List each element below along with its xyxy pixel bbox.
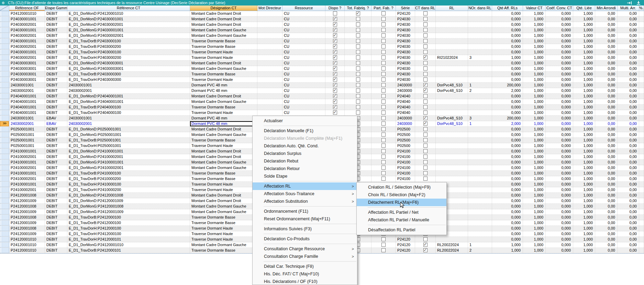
cell-cc[interactable]: 0,000: [546, 171, 573, 176]
cell-vc[interactable]: 1,000: [523, 149, 546, 154]
cell-vc[interactable]: 1,000: [523, 72, 546, 77]
cell-mu[interactable]: 0,00: [618, 44, 639, 49]
cell-des[interactable]: Montant Cadre Dormant Gauche: [190, 28, 257, 33]
menu-item-reset-ordonnancement-maj-f11[interactable]: Reset Ordonnancement (Maj+F11): [253, 215, 357, 223]
cell-mot[interactable]: [257, 61, 282, 66]
cell-qa[interactable]: 0,000: [492, 132, 523, 137]
cell-cc[interactable]: 0,000: [546, 176, 573, 181]
cell-eg[interactable]: DEBIT: [45, 237, 67, 242]
cell-eg[interactable]: DEBIT: [45, 39, 67, 44]
cell-qa[interactable]: 0,000: [492, 11, 523, 16]
cell-nor[interactable]: 1: [468, 121, 492, 126]
menu-item-declaration-co-produits[interactable]: Déclaration Co-Produits: [253, 235, 357, 243]
row-marker[interactable]: [0, 83, 9, 88]
cell-ql[interactable]: 1,000: [573, 242, 595, 247]
checkbox-part[interactable]: [381, 55, 386, 60]
cell-ct[interactable]: E_D1_DorMonD:P24030003001: [67, 61, 190, 66]
cell-ma[interactable]: 0,00: [595, 39, 618, 44]
cell-eg[interactable]: EBAV: [45, 121, 67, 126]
cell-rl[interactable]: [436, 66, 468, 71]
cell-ct[interactable]: E_D1_TravDorB:P2404000100: [67, 105, 190, 110]
cell-res[interactable]: CU: [282, 28, 325, 33]
col-header-eg[interactable]: Etape Gamme: [45, 6, 67, 11]
cell-vc[interactable]: 1,000: [523, 182, 546, 187]
cell-mu[interactable]: 0,00: [618, 149, 639, 154]
cell-des[interactable]: Montant Cadre Dormant Gauche: [190, 209, 257, 214]
cell-nor[interactable]: 3: [468, 116, 492, 121]
checkbox-part[interactable]: [381, 171, 386, 175]
menu-item-detail-car-technique-f8[interactable]: Détail Car. Technique (F8): [253, 263, 357, 270]
row-marker[interactable]: [0, 176, 9, 181]
cell-rl[interactable]: [436, 94, 468, 99]
checkbox-dispo[interactable]: [333, 66, 337, 71]
checkbox-part[interactable]: [381, 243, 386, 247]
cell-eg[interactable]: DEBIT: [45, 11, 67, 16]
cell-rl[interactable]: DorPvc48_S10: [436, 83, 468, 88]
cell-ql[interactable]: 1,000: [573, 160, 595, 165]
cell-des[interactable]: Traverse Dormante Basse: [190, 248, 257, 253]
cell-pa[interactable]: [639, 138, 644, 143]
cell-ql[interactable]: 1,000: [573, 143, 595, 148]
cell-mu[interactable]: 0,00: [618, 28, 639, 33]
cell-pa[interactable]: [639, 105, 644, 110]
cell-ma[interactable]: 0,00: [595, 187, 618, 192]
row-marker[interactable]: [0, 187, 9, 192]
cell-qa[interactable]: 0,000: [492, 182, 523, 187]
cell-mu[interactable]: 0,00: [618, 121, 639, 126]
cell-des[interactable]: Dormant PVC 48 mm: [190, 121, 257, 126]
cell-of[interactable]: P24030003001: [9, 77, 45, 82]
cell-ql[interactable]: 1,000: [573, 248, 595, 253]
row-marker[interactable]: [0, 171, 9, 176]
cell-ct[interactable]: E_D1_DorMonD:P24040001001: [67, 94, 190, 99]
cell-vc[interactable]: 1,000: [523, 17, 546, 22]
row-marker[interactable]: [0, 149, 9, 154]
cell-rl[interactable]: RI21022024: [436, 55, 468, 60]
col-header-vc[interactable]: Valeur CT: [523, 6, 546, 11]
cell-cc[interactable]: 0,000: [546, 165, 573, 170]
cell-qa[interactable]: 0,000: [492, 50, 523, 55]
cell-ct[interactable]: E_D1_TravDorB:P2412000100: [67, 220, 190, 225]
export-icon[interactable]: [636, 1, 641, 5]
cell-eg[interactable]: DEBIT: [45, 204, 67, 209]
cell-pa[interactable]: [639, 11, 644, 16]
table-row[interactable]: P24120001010DEBITE_D1_DorMonD:P241200010…: [0, 11, 644, 17]
cell-nor[interactable]: [468, 77, 492, 82]
cell-ma[interactable]: 0,00: [595, 154, 618, 159]
cell-of[interactable]: P24120001010: [9, 237, 45, 242]
cell-mot[interactable]: [257, 66, 282, 71]
cell-nor[interactable]: [468, 193, 492, 198]
row-marker[interactable]: [0, 28, 9, 33]
cell-ct[interactable]: E_D1_TravDorB:P2403000100: [67, 39, 190, 44]
cell-mu[interactable]: 0,00: [618, 33, 639, 38]
cell-vc[interactable]: 1,000: [523, 61, 546, 66]
checkbox-part[interactable]: [381, 72, 386, 76]
cell-mu[interactable]: 0,00: [618, 17, 639, 22]
menu-item-ordonnancement-f11[interactable]: Ordonnancement (F11): [253, 208, 357, 215]
cell-mot[interactable]: [257, 110, 282, 115]
cell-rl[interactable]: [436, 110, 468, 115]
cell-vc[interactable]: 1,000: [523, 99, 546, 104]
cell-of[interactable]: P24030001001: [9, 39, 45, 44]
cell-ma[interactable]: 0,00: [595, 99, 618, 104]
cell-mot[interactable]: [257, 72, 282, 77]
cell-nor[interactable]: [468, 209, 492, 214]
cell-des[interactable]: Montant Cadre Dormant Gauche: [190, 165, 257, 170]
cell-eg[interactable]: DEBIT: [45, 176, 67, 181]
table-row[interactable]: P24030003001DEBITE_D1_TravDorB:P24030003…: [0, 72, 644, 77]
cell-ma[interactable]: 0,00: [595, 83, 618, 88]
cell-nor[interactable]: [468, 237, 492, 242]
cell-pa[interactable]: [639, 94, 644, 99]
cell-cc[interactable]: 0,000: [546, 94, 573, 99]
checkbox-tot[interactable]: [356, 39, 360, 43]
row-marker[interactable]: [0, 182, 9, 187]
cell-cc[interactable]: 0,000: [546, 88, 573, 93]
cell-ma[interactable]: 0,00: [595, 165, 618, 170]
cell-cc[interactable]: 0,000: [546, 187, 573, 192]
cell-ct[interactable]: E_D1_TravDorH:P2403000200: [67, 55, 190, 60]
cell-of[interactable]: P24030002001: [9, 33, 45, 38]
cell-pa[interactable]: [639, 209, 644, 214]
cell-ct[interactable]: E_D1_TravDorH:P0250001001: [67, 143, 190, 148]
cell-mot[interactable]: [257, 44, 282, 49]
table-row[interactable]: P24040001001DEBITE_D1_TravDorH:P24040001…: [0, 110, 644, 116]
cell-rl[interactable]: [436, 237, 468, 242]
